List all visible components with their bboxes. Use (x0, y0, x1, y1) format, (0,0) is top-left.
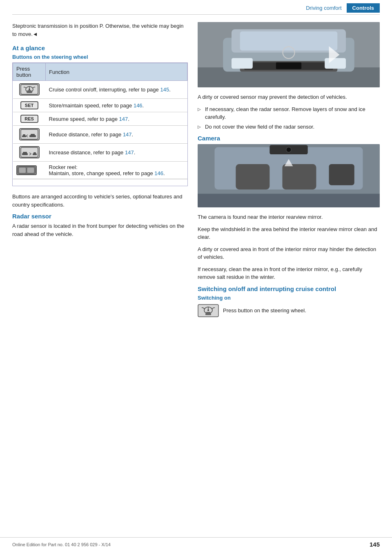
res-page-link[interactable]: 147 (119, 116, 128, 122)
table-cell-function-rocker: Rocker reel: Maintain, store, change spe… (46, 162, 187, 179)
switching-on-heading: Switching on (198, 295, 380, 301)
cc-function-text: Cruise control on/off, interrupting, ref… (49, 87, 160, 93)
car-front-graphic (198, 22, 380, 87)
svg-rect-10 (31, 134, 35, 136)
svg-rect-8 (23, 134, 25, 136)
rocker-function-line2: Maintain, store, change speed, refer to … (49, 170, 184, 176)
camera-text-3: A dirty or covered area in front of the … (198, 245, 380, 261)
svg-rect-24 (240, 31, 338, 51)
table-cell-function-cc: Cruise control on/off, interrupting, ref… (46, 81, 187, 99)
header-driving-comfort: Driving comfort (306, 5, 341, 11)
svg-rect-35 (282, 164, 316, 189)
table-row: Increase distance, refer to page 147. (13, 144, 187, 162)
camera-text-1: The camera is found near the interior re… (198, 213, 380, 221)
set-period: . (143, 102, 144, 109)
sensor-bullet-2: Do not cover the view field of the radar… (198, 123, 380, 131)
increase-function-text: Increase distance, refer to page (49, 149, 125, 156)
switching-on-row: Press button on the steering wheel. (198, 304, 380, 319)
steering-wheel-table-wrapper: Press button Function (12, 62, 188, 186)
camera-text-4: If necessary, clean the area in front of… (198, 265, 380, 281)
reduce-icon-svg (20, 129, 38, 140)
increase-distance-icon (19, 146, 40, 158)
switching-heading: Switching on/off and interrupting cruise… (198, 285, 380, 292)
header-controls: Controls (347, 3, 380, 13)
svg-rect-27 (276, 62, 301, 69)
table-header-button: Press button (13, 63, 46, 81)
footer-page-number: 145 (370, 541, 380, 548)
table-row: SET Store/maintain speed, refer to page … (13, 99, 187, 112)
footer-edition-text: Online Edition for Part no. 01 40 2 956 … (12, 542, 111, 547)
radar-sensor-text: A radar sensor is located in the front b… (12, 222, 188, 238)
buttons-note: Buttons are arranged according to vehicl… (12, 193, 188, 209)
rocker-function-line1: Rocker reel: (49, 164, 184, 170)
set-function-text: Store/maintain speed, refer to page (49, 102, 134, 109)
set-button-icon: SET (20, 101, 38, 109)
main-content: Steptronic transmission is in position P… (0, 15, 392, 318)
table-cell-button-res: RES (13, 112, 46, 126)
svg-rect-15 (33, 152, 36, 154)
svg-rect-36 (329, 164, 354, 185)
sensor-bullet-list: If necessary, clean the radar sensor. Re… (198, 105, 380, 131)
reduce-distance-icon (19, 128, 40, 140)
svg-point-3 (29, 89, 30, 90)
cc-page-link[interactable]: 145 (160, 87, 169, 93)
rocker-icon-svg (18, 166, 36, 174)
increase-page-link[interactable]: 147 (125, 149, 134, 156)
sensor-bullet-1: If necessary, clean the radar sensor. Re… (198, 105, 380, 121)
cc-button-icon (19, 83, 40, 96)
svg-rect-18 (27, 167, 34, 173)
intro-text: Steptronic transmission is in position P… (12, 22, 188, 38)
table-header-function: Function (46, 63, 187, 81)
switching-on-cc-svg (198, 304, 219, 317)
camera-text-2: Keep the windshield in the area behind t… (198, 225, 380, 241)
svg-rect-40 (198, 194, 380, 207)
svg-rect-28 (232, 58, 253, 69)
increase-period: . (134, 149, 136, 156)
table-cell-function-res: Resume speed, refer to page 147. (46, 112, 187, 126)
table-row: Cruise control on/off, interrupting, ref… (13, 81, 187, 99)
left-column: Steptronic transmission is in position P… (12, 22, 188, 318)
set-page-link[interactable]: 146 (134, 102, 143, 109)
table-cell-button-increase (13, 144, 46, 162)
right-column: A dirty or covered sensor may prevent th… (198, 22, 380, 318)
svg-rect-17 (19, 167, 26, 173)
page-footer: Online Edition for Part no. 01 40 2 956 … (0, 537, 392, 548)
rocker-button-icon (16, 165, 37, 175)
car-front-svg (198, 22, 380, 87)
at-a-glance-heading: At a glance (12, 44, 188, 51)
svg-rect-29 (325, 58, 346, 69)
table-cell-button-cc (13, 81, 46, 99)
table-cell-button-set: SET (13, 99, 46, 112)
table-cell-button-rocker (13, 162, 46, 179)
cc-icon-svg (20, 84, 38, 95)
svg-rect-46 (206, 312, 210, 314)
svg-point-38 (286, 147, 291, 152)
switching-on-text: Press button on the steering wheel. (223, 307, 306, 315)
camera-image (198, 144, 380, 207)
page-header: Driving comfort Controls (12, 0, 380, 15)
buttons-heading: Buttons on the steering wheel (12, 54, 188, 60)
svg-rect-34 (236, 164, 270, 189)
res-function-text: Resume speed, refer to page (49, 116, 119, 122)
radar-sensor-heading: Radar sensor (12, 213, 188, 220)
table-cell-function-increase: Increase distance, refer to page 147. (46, 144, 187, 162)
dirty-sensor-text: A dirty or covered sensor may prevent th… (198, 93, 380, 101)
table-cell-function-set: Store/maintain speed, refer to page 146. (46, 99, 187, 112)
cc-period: . (169, 87, 171, 93)
increase-icon-svg (20, 147, 38, 158)
interior-camera-svg (198, 144, 380, 207)
reduce-page-link[interactable]: 147 (123, 131, 132, 138)
rocker-page-link[interactable]: 146 (154, 170, 163, 176)
svg-rect-13 (23, 152, 27, 154)
table-cell-button-reduce (13, 126, 46, 144)
table-cell-function-reduce: Reduce distance, refer to page 147. (46, 126, 187, 144)
table-row: Rocker reel: Maintain, store, change spe… (13, 162, 187, 179)
res-button-icon: RES (20, 115, 38, 123)
switching-on-icon (198, 304, 219, 317)
svg-rect-5 (27, 90, 31, 92)
res-period: . (128, 116, 129, 122)
reduce-period: . (132, 131, 134, 138)
table-row: RES Resume speed, refer to page 147. (13, 112, 187, 126)
table-row: Reduce distance, refer to page 147. (13, 126, 187, 144)
svg-point-44 (207, 309, 209, 311)
